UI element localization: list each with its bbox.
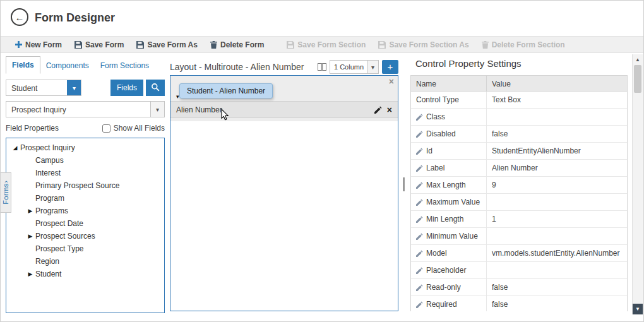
tree-collapsed-icon[interactable]: ▶ [25, 233, 35, 239]
toolbar-button-save-form[interactable]: Save Form [69, 38, 129, 52]
property-name: Model [426, 249, 447, 258]
tree-item-label: Campus [35, 156, 64, 165]
property-name: Class [426, 112, 445, 121]
edit-pencil-icon [416, 284, 423, 291]
show-all-fields[interactable]: Show All Fields [102, 124, 165, 133]
field-tree: ◢Prospect InquiryCampusInterestPrimary P… [6, 138, 165, 313]
caret-down-icon[interactable]: ▾ [150, 102, 164, 117]
save-icon [378, 41, 386, 49]
property-value: StudentEntityAlienNumber [492, 146, 581, 155]
forms-side-tab-label: Forms [2, 183, 9, 205]
chevron-right-icon: › [2, 181, 9, 183]
toolbar-button-delete-form[interactable]: Delete Form [205, 38, 270, 52]
tree-collapsed-icon[interactable]: ▶ [25, 208, 35, 214]
toolbar-section-group: Save Form SectionSave Form Section AsDel… [281, 38, 570, 52]
tree-item-interest[interactable]: Interest [6, 167, 164, 179]
column-count-select[interactable]: 1 Column ▾ [330, 60, 379, 74]
edit-pencil-icon [416, 148, 423, 155]
edit-pencil-icon [416, 114, 423, 121]
tab-form-sections[interactable]: Form Sections [95, 57, 155, 74]
tab-fields[interactable]: Fields [6, 56, 40, 74]
form-section: × ▾ Alien Number × [170, 76, 398, 121]
property-row-max-length: Max Length9 [411, 177, 627, 194]
forms-side-tab[interactable]: Forms › [1, 172, 11, 213]
property-value-cell[interactable]: Alien Number [487, 160, 627, 176]
tree-item-primary-prospect-source[interactable]: Primary Prospect Source [6, 179, 164, 192]
property-name-cell: Min Length [411, 211, 487, 227]
edit-field-icon[interactable] [374, 106, 382, 114]
property-name-cell: Maximum Value [411, 194, 487, 210]
show-all-fields-checkbox[interactable] [102, 124, 110, 133]
scroll-down-icon[interactable]: ▼ [633, 304, 643, 314]
tree-item-region[interactable]: Region [6, 255, 164, 268]
property-panel-title: Control Property Settings [410, 56, 628, 69]
field-row-label: Alien Number [170, 105, 222, 114]
tree-item-prospect-type[interactable]: Prospect Type [6, 242, 164, 255]
property-value: 1 [492, 215, 496, 224]
toolbar-button-label: Save Form [85, 40, 124, 49]
toolbar-button-label: Save Form Section As [389, 40, 468, 49]
search-button[interactable] [146, 80, 165, 96]
tree-item-label: Program [35, 194, 64, 203]
property-value-cell[interactable]: false [487, 279, 627, 295]
tree-item-student[interactable]: ▶Student [6, 268, 164, 280]
splitter-grip[interactable] [403, 177, 405, 191]
property-name-cell: Class [411, 109, 487, 125]
tree-item-programs[interactable]: ▶Programs [6, 205, 164, 217]
control-property-panel: Control Property Settings Name Value Con… [410, 56, 628, 311]
property-value-cell[interactable]: 1 [487, 211, 627, 227]
property-value-cell: Text Box [487, 92, 627, 108]
caret-down-icon[interactable]: ▾ [67, 80, 81, 95]
property-name: Control Type [416, 95, 459, 104]
property-rows: Control TypeText BoxClassDisabledfalseId… [411, 92, 627, 311]
vertical-scrollbar[interactable]: ▲ ▼ [632, 54, 643, 314]
tree-expanded-icon[interactable]: ◢ [10, 145, 20, 151]
property-value: false [492, 283, 508, 292]
tab-components[interactable]: Components [40, 57, 95, 74]
tree-item-campus[interactable]: Campus [6, 154, 164, 167]
toolbar-button-new-form[interactable]: New Form [9, 38, 68, 52]
form-select[interactable]: Prospect Inquiry ▾ [6, 101, 165, 117]
caret-down-icon[interactable]: ▾ [367, 61, 378, 73]
property-value-cell[interactable]: vm.models.studentEntity.AlienNumber [487, 245, 627, 261]
add-section-button[interactable]: + [382, 60, 398, 74]
tree-item-program[interactable]: Program [6, 192, 164, 205]
property-name: Id [426, 146, 432, 155]
property-value-cell[interactable] [487, 194, 627, 210]
layout-canvas: × ▾ Alien Number × Student - Alien Numbe… [170, 75, 398, 311]
property-name-cell: Label [411, 160, 487, 176]
tree-item-label: Primary Prospect Source [35, 181, 119, 190]
property-value-cell[interactable]: false [487, 126, 627, 142]
property-row-required: Requiredfalse [411, 296, 627, 311]
property-value-cell[interactable] [487, 262, 627, 278]
tree-item-prospect-sources[interactable]: ▶Prospect Sources [6, 230, 164, 242]
property-value-cell[interactable]: 9 [487, 177, 627, 193]
property-value: false [492, 300, 508, 309]
tree-item-prospect-inquiry[interactable]: ◢Prospect Inquiry [6, 141, 164, 154]
canvas-header-controls: 1 Column ▾ + [318, 60, 398, 74]
tree-collapsed-icon[interactable]: ▶ [25, 271, 35, 277]
property-name-cell: Placeholder [411, 262, 487, 278]
save-icon [287, 41, 294, 49]
property-value-cell[interactable]: false [487, 296, 627, 311]
delete-field-icon[interactable]: × [387, 105, 392, 114]
scroll-up-icon[interactable]: ▲ [633, 54, 643, 64]
back-button[interactable]: ← [11, 8, 28, 26]
property-row-label: LabelAlien Number [411, 160, 627, 177]
property-value-cell[interactable]: StudentEntityAlienNumber [487, 143, 627, 159]
scrollbar-thumb[interactable] [634, 65, 641, 93]
property-table-header: Name Value [411, 76, 627, 92]
property-value-cell[interactable] [487, 109, 627, 125]
edit-pencil-icon [416, 182, 423, 189]
canvas-header: Layout - Multiroute - Alien Number 1 Col… [170, 59, 398, 75]
toolbar-button-save-form-as[interactable]: Save Form As [131, 38, 203, 52]
layout-columns-icon[interactable] [318, 63, 326, 71]
entity-select[interactable]: Student ▾ [6, 80, 81, 96]
property-value-cell[interactable] [487, 228, 627, 244]
field-row-alien-number[interactable]: Alien Number × [170, 101, 398, 118]
page-title: Form Designer [35, 11, 115, 25]
tree-item-prospect-date[interactable]: Prospect Date [6, 217, 164, 230]
property-name: Label [426, 164, 444, 172]
section-close-icon[interactable]: × [389, 76, 394, 86]
fields-button[interactable]: Fields [110, 80, 143, 96]
